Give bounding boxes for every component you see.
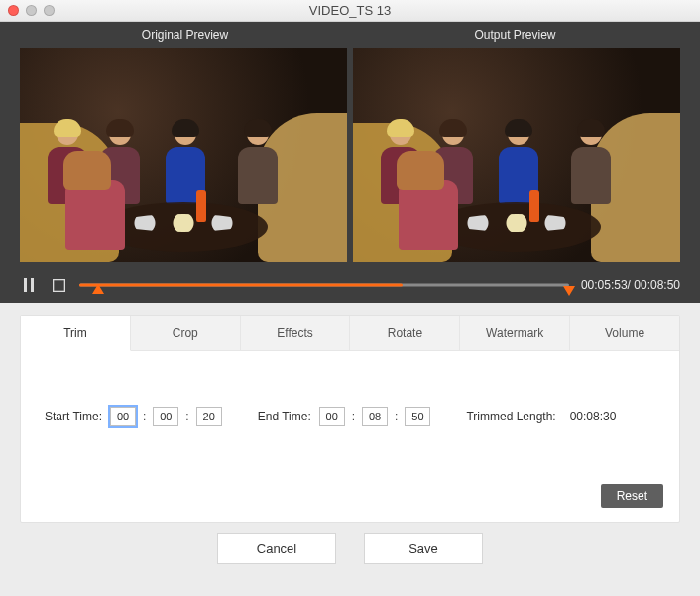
total-time: 00:08:50 bbox=[634, 278, 680, 292]
current-time: 00:05:53 bbox=[581, 278, 628, 292]
start-hour-input[interactable]: 00 bbox=[110, 407, 136, 426]
zoom-window-button[interactable] bbox=[44, 5, 55, 16]
preview-headers: Original Preview Output Preview bbox=[0, 22, 700, 48]
progress-active bbox=[79, 284, 403, 287]
colon: : bbox=[351, 410, 356, 423]
pause-icon bbox=[23, 278, 35, 292]
playback-controls: 00:05:53/ 00:08:50 bbox=[0, 262, 700, 294]
svg-rect-0 bbox=[24, 278, 27, 292]
original-preview-video[interactable] bbox=[20, 48, 347, 262]
end-time-label: End Time: bbox=[258, 410, 311, 423]
tab-trim[interactable]: Trim bbox=[21, 316, 131, 351]
save-button[interactable]: Save bbox=[364, 533, 483, 564]
reset-row: Reset bbox=[21, 440, 679, 522]
time-readout: 00:05:53/ 00:08:50 bbox=[581, 278, 680, 292]
trimmed-length-label: Trimmed Length: bbox=[466, 410, 555, 423]
tab-watermark[interactable]: Watermark bbox=[460, 316, 570, 350]
svg-rect-2 bbox=[53, 279, 64, 291]
svg-rect-1 bbox=[31, 278, 34, 292]
reset-button[interactable]: Reset bbox=[601, 484, 663, 508]
end-hour-input[interactable]: 00 bbox=[319, 407, 345, 426]
preview-area: Original Preview Output Preview bbox=[0, 22, 700, 303]
trim-tab-body: Start Time: 00 : 00 : 20 End Time: 00 : … bbox=[21, 351, 679, 440]
tab-volume[interactable]: Volume bbox=[570, 316, 679, 350]
colon: : bbox=[184, 410, 189, 423]
start-time-label: Start Time: bbox=[45, 410, 102, 423]
dialog-buttons: Cancel Save bbox=[20, 523, 680, 578]
colon: : bbox=[142, 410, 147, 423]
trim-start-handle[interactable] bbox=[92, 284, 104, 294]
end-second-input[interactable]: 50 bbox=[405, 407, 430, 426]
minimize-window-button[interactable] bbox=[26, 5, 37, 16]
editor-tabs: TrimCropEffectsRotateWatermarkVolume bbox=[21, 316, 679, 351]
trim-controls-row: Start Time: 00 : 00 : 20 End Time: 00 : … bbox=[45, 407, 655, 426]
close-window-button[interactable] bbox=[8, 5, 19, 16]
editor-panel-wrap: TrimCropEffectsRotateWatermarkVolume Sta… bbox=[0, 303, 700, 588]
start-second-input[interactable]: 20 bbox=[196, 407, 222, 426]
cancel-button[interactable]: Cancel bbox=[217, 533, 336, 564]
start-minute-input[interactable]: 00 bbox=[153, 407, 178, 426]
tab-crop[interactable]: Crop bbox=[131, 316, 241, 350]
preview-grid bbox=[0, 48, 700, 262]
stop-icon bbox=[53, 279, 65, 292]
tab-effects[interactable]: Effects bbox=[241, 316, 351, 350]
titlebar: VIDEO_TS 13 bbox=[0, 0, 700, 22]
pause-button[interactable] bbox=[20, 276, 38, 294]
tab-rotate[interactable]: Rotate bbox=[350, 316, 460, 350]
end-minute-input[interactable]: 08 bbox=[362, 407, 388, 426]
progress-slider[interactable] bbox=[79, 277, 569, 293]
trim-end-handle[interactable] bbox=[563, 286, 575, 296]
trimmed-length-value: 00:08:30 bbox=[570, 410, 617, 423]
window-controls bbox=[8, 5, 55, 16]
output-preview-label: Output Preview bbox=[350, 28, 680, 42]
output-preview-video[interactable] bbox=[353, 48, 680, 262]
original-preview-label: Original Preview bbox=[20, 28, 350, 42]
window-title: VIDEO_TS 13 bbox=[0, 3, 700, 18]
colon: : bbox=[394, 410, 399, 423]
editor-panel: TrimCropEffectsRotateWatermarkVolume Sta… bbox=[20, 315, 680, 523]
stop-button[interactable] bbox=[50, 276, 67, 294]
